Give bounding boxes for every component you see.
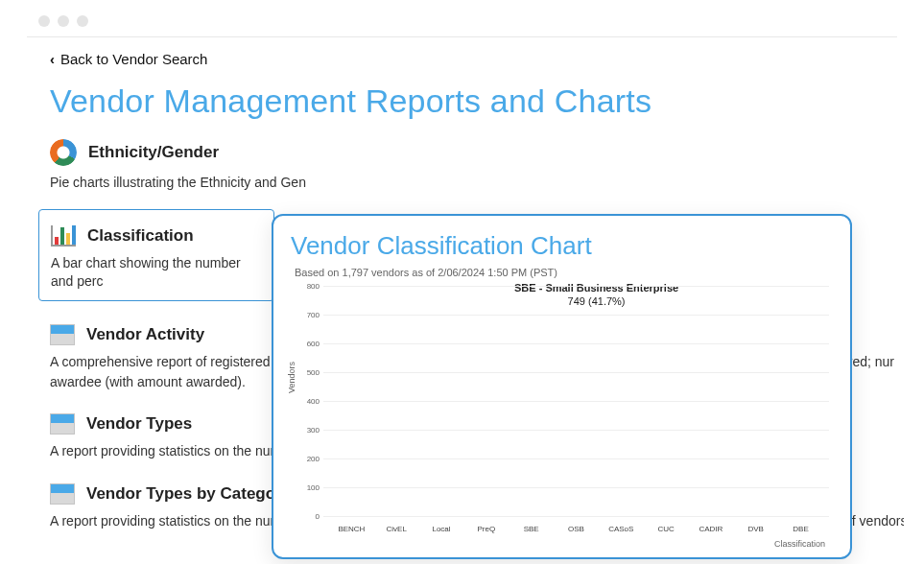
y-tick: 800 [296,282,320,291]
section-title: Vendor Types by Category [86,484,291,504]
chart-title: Vendor Classification Chart [291,231,833,261]
y-axis-label: Vendors [287,362,296,393]
chart-panel: Vendor Classification Chart Based on 1,7… [272,214,852,559]
x-axis-label: Classification [774,539,825,549]
section-desc: Pie charts illustrating the Ethnicity an… [50,174,894,192]
grid-line [323,458,829,459]
divider [27,36,897,37]
section-title: Vendor Activity [86,325,204,344]
x-tick: OSB [568,525,584,533]
traffic-dot [77,15,88,27]
plot-region: BENCHCivELLocalPreQSBEOSBCASoSCUCCADIRDV… [323,286,829,516]
section-title: Classification [87,226,194,246]
grid-line [323,343,829,344]
report-icon [50,483,75,505]
chevron-left-icon: ‹ [50,51,55,67]
y-tick: 200 [296,455,320,463]
grid-line [323,372,829,373]
y-tick: 0 [296,512,320,521]
window-controls [0,0,924,36]
bar-chart-icon [51,225,76,247]
y-tick: 400 [296,397,320,406]
grid-line [323,401,829,402]
grid-line [323,516,829,517]
report-icon [50,413,75,435]
section-desc: A bar chart showing the number and perc [51,254,262,291]
section-title: Vendor Types [86,414,192,434]
back-link[interactable]: ‹ Back to Vendor Search [50,51,924,67]
y-tick: 300 [296,426,320,435]
report-icon [50,324,75,345]
x-tick: DBE [793,525,808,533]
grid-line [323,315,829,316]
section-classification[interactable]: Classification A bar chart showing the n… [38,209,274,301]
chart-subtitle: Based on 1,797 vendors as of 2/06/2024 1… [295,267,833,278]
section-ethnicity-gender[interactable]: Ethnicity/Gender Pie charts illustrating… [50,133,894,192]
x-tick: SBE [524,525,539,533]
x-tick: DVB [747,525,763,533]
back-label: Back to Vendor Search [60,51,207,67]
y-tick: 700 [296,311,320,319]
tooltip-value: 749 (41.7%) [514,295,678,309]
section-title: Ethnicity/Gender [88,143,219,162]
y-tick: 100 [296,483,320,492]
section-desc-left: A comprehensive report of registered ven… [50,353,303,371]
grid-line [323,430,829,431]
x-tick: CADIR [699,525,723,533]
grid-line [323,286,829,287]
x-tick: CivEL [387,525,407,533]
x-tick: CUC [657,525,674,533]
chart-area: Vendors BENCHCivELLocalPreQSBEOSBCASoSCU… [291,282,833,551]
x-tick: PreQ [478,525,496,533]
tooltip-title: SBE - Small Business Enterprise [514,282,678,294]
x-tick: CASoS [608,525,633,533]
traffic-dot [38,15,50,27]
y-tick: 600 [296,340,320,348]
x-tick: BENCH [338,525,365,533]
page-title: Vendor Management Reports and Charts [50,82,924,120]
donut-chart-icon [50,139,77,166]
traffic-dot [58,15,69,27]
grid-line [323,487,829,488]
x-tick: Local [432,525,450,533]
y-tick: 500 [296,368,320,377]
